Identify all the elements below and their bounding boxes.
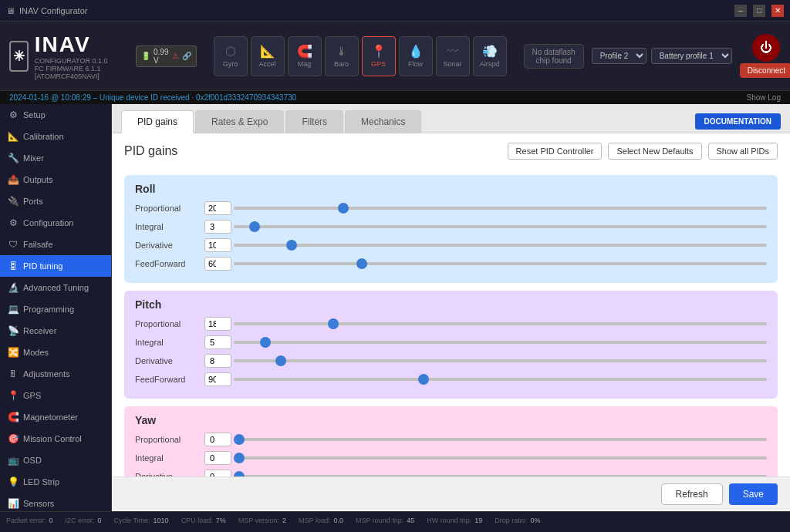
disconnect-button[interactable]: Disconnect: [740, 63, 790, 78]
yaw-title: Yaw: [135, 414, 767, 426]
documentation-button[interactable]: DOCUMENTATION: [695, 113, 781, 130]
sidebar-item-adjustments[interactable]: 🎚 Adjustments: [0, 363, 111, 385]
pid-gains-title: PID gains: [124, 144, 177, 158]
sidebar-item-pid-tuning[interactable]: 🎛 PID tuning: [0, 255, 111, 277]
yaw-integral-value[interactable]: [204, 451, 234, 465]
sidebar-item-magnetometer[interactable]: 🧲 Magnetometer: [0, 406, 111, 428]
profile-area[interactable]: Profile 2 Battery profile 1: [592, 48, 732, 64]
sidebar-item-receiver[interactable]: 📡 Receiver: [0, 320, 111, 342]
roll-derivative-slider[interactable]: [234, 244, 767, 247]
close-button[interactable]: ✕: [771, 5, 784, 17]
pitch-derivative-slider[interactable]: [234, 359, 767, 362]
yaw-proportional-slider[interactable]: [234, 438, 767, 441]
sensor-accel[interactable]: 📐 Accel: [251, 36, 285, 76]
yaw-derivative-value[interactable]: [204, 470, 234, 476]
status-message: 2024-01-16 @ 10:08:29 – Unique device ID…: [9, 93, 296, 102]
sidebar-item-configuration[interactable]: ⚙ Configuration: [0, 212, 111, 234]
sidebar-item-mixer[interactable]: 🔧 Mixer: [0, 147, 111, 169]
show-log-button[interactable]: Show Log: [747, 93, 781, 102]
sensor-gyro[interactable]: ⬡ Gyro: [214, 36, 248, 76]
select-defaults-button[interactable]: Select New Defaults: [608, 143, 701, 160]
reset-pid-button[interactable]: Reset PID Controller: [508, 143, 603, 160]
sidebar-item-programming[interactable]: 💻 Programming: [0, 298, 111, 320]
pitch-integral-label: Integral: [135, 338, 204, 347]
sidebar-item-mission-control[interactable]: 🎯 Mission Control: [0, 428, 111, 450]
yaw-derivative-input[interactable]: [204, 470, 231, 476]
sidebar-item-setup[interactable]: ⚙ Setup: [0, 104, 111, 126]
refresh-button[interactable]: Refresh: [661, 483, 723, 505]
roll-derivative-value[interactable]: [204, 238, 234, 252]
configuration-icon: ⚙: [8, 217, 19, 228]
sensor-baro[interactable]: 🌡 Baro: [325, 36, 359, 76]
pitch-proportional-slider[interactable]: [234, 322, 767, 325]
roll-feedforward-slider[interactable]: [234, 262, 767, 265]
pitch-proportional-input[interactable]: [204, 317, 231, 331]
outputs-icon: 📤: [8, 174, 19, 185]
yaw-proportional-input[interactable]: [204, 433, 231, 446]
header: ✳ INAV CONFIGURATOR 0.1.0 FC FIRMWARE 6.…: [0, 22, 790, 91]
main-layout: ⚙ Setup 📐 Calibration 🔧 Mixer 📤 Outputs …: [0, 104, 790, 511]
chip-info: No dataflash chip found: [524, 44, 584, 69]
pitch-feedforward-slider-container: [234, 378, 767, 381]
magnetometer-icon: 🧲: [8, 412, 19, 423]
roll-derivative-input[interactable]: [204, 238, 231, 252]
sidebar-item-led-strip[interactable]: 💡 LED Strip: [0, 471, 111, 493]
roll-integral-slider[interactable]: [234, 225, 767, 228]
pitch-integral-slider[interactable]: [234, 341, 767, 344]
sidebar-item-calibration[interactable]: 📐 Calibration: [0, 126, 111, 147]
pitch-proportional-value[interactable]: [204, 317, 234, 331]
pitch-integral-value[interactable]: [204, 335, 234, 349]
sensor-gps[interactable]: 📍 GPS: [362, 36, 396, 76]
roll-proportional-label: Proportional: [135, 204, 204, 213]
minimize-button[interactable]: –: [734, 5, 747, 17]
tab-rates-expo[interactable]: Rates & Expo: [195, 110, 284, 133]
yaw-integral-row: Integral: [135, 451, 767, 465]
yaw-integral-input[interactable]: [204, 451, 231, 465]
pitch-derivative-input[interactable]: [204, 354, 231, 368]
battery-voltage: 0.99 V: [154, 48, 168, 65]
show-all-pids-button[interactable]: Show all PIDs: [708, 143, 778, 160]
tab-filters[interactable]: Filters: [285, 110, 343, 133]
roll-integral-value[interactable]: [204, 220, 234, 234]
yaw-integral-label: Integral: [135, 453, 204, 463]
yaw-integral-slider[interactable]: [234, 456, 767, 460]
sidebar-item-osd[interactable]: 📺 OSD: [0, 450, 111, 471]
link-icon: 🔗: [182, 52, 191, 60]
sidebar-item-ports[interactable]: 🔌 Ports: [0, 190, 111, 212]
sidebar-item-outputs[interactable]: 📤 Outputs: [0, 169, 111, 190]
sensor-mag[interactable]: 🧲 Mag: [288, 36, 322, 76]
roll-proportional-value[interactable]: [204, 201, 234, 215]
flow-label: Flow: [408, 60, 423, 68]
advanced-tuning-label: Advanced Tuning: [23, 283, 89, 292]
profile-select[interactable]: Profile 2: [592, 48, 647, 64]
roll-proportional-slider[interactable]: [234, 207, 767, 210]
battery-profile-select[interactable]: Battery profile 1: [651, 48, 732, 64]
osd-icon: 📺: [8, 455, 19, 466]
roll-proportional-input[interactable]: [204, 201, 231, 215]
pitch-feedforward-value[interactable]: [204, 372, 234, 386]
sidebar-item-advanced-tuning[interactable]: 🔬 Advanced Tuning: [0, 277, 111, 298]
tab-mechanics[interactable]: Mechanics: [345, 110, 421, 133]
sensor-airspeed[interactable]: 💨 Airspd: [473, 36, 507, 76]
pitch-feedforward-slider[interactable]: [234, 378, 767, 381]
sidebar-item-gps[interactable]: 📍 GPS: [0, 385, 111, 406]
roll-integral-input[interactable]: [204, 220, 231, 234]
pitch-derivative-slider-container: [234, 359, 767, 362]
window-controls[interactable]: – □ ✕: [734, 5, 784, 17]
sidebar-item-sensors[interactable]: 📊 Sensors: [0, 493, 111, 511]
roll-feedforward-row: FeedForward: [135, 257, 767, 271]
maximize-button[interactable]: □: [753, 5, 765, 17]
roll-feedforward-input[interactable]: [204, 257, 231, 271]
sidebar-item-failsafe[interactable]: 🛡 Failsafe: [0, 234, 111, 255]
tab-pid-gains[interactable]: PID gains: [121, 110, 194, 133]
pitch-feedforward-input[interactable]: [204, 372, 231, 386]
pitch-integral-input[interactable]: [204, 335, 231, 349]
sensor-sonar[interactable]: 〰 Sonar: [436, 36, 470, 76]
save-button[interactable]: Save: [729, 483, 778, 505]
roll-feedforward-value[interactable]: [204, 257, 234, 271]
header-right: No dataflash chip found Profile 2 Batter…: [524, 34, 791, 78]
yaw-proportional-value[interactable]: [204, 433, 234, 446]
pitch-derivative-value[interactable]: [204, 354, 234, 368]
sidebar-item-modes[interactable]: 🔀 Modes: [0, 342, 111, 363]
sensor-flow[interactable]: 💧 Flow: [399, 36, 433, 76]
